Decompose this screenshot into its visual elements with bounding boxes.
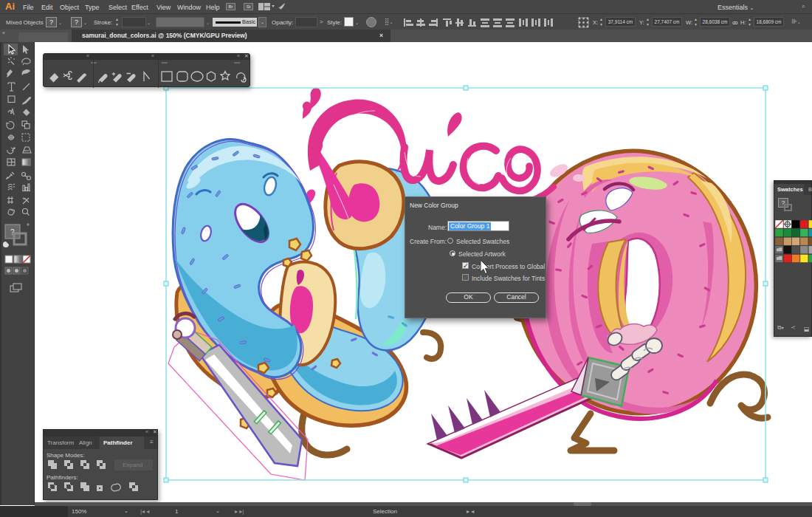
svg-text:Expand: Expand	[123, 462, 142, 468]
